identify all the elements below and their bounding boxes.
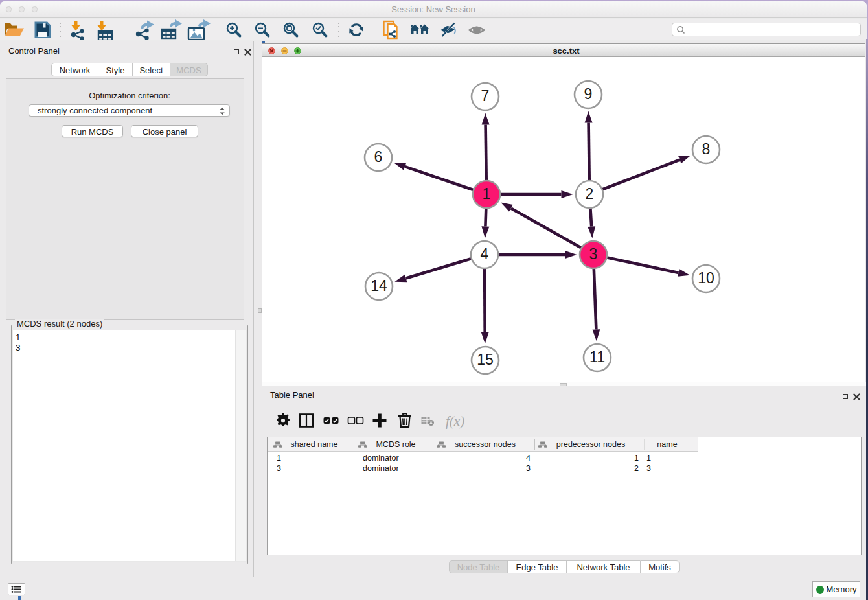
- svg-text:11: 11: [589, 349, 605, 365]
- svg-text:4: 4: [481, 246, 489, 262]
- svg-text:10: 10: [698, 270, 714, 286]
- svg-text:7: 7: [481, 87, 490, 104]
- svg-text:dominator: dominator: [363, 464, 399, 473]
- svg-text:MCDS role: MCDS role: [376, 440, 415, 449]
- svg-text:1: 1: [483, 185, 491, 202]
- svg-text:6: 6: [374, 148, 383, 165]
- svg-text:2: 2: [634, 464, 639, 473]
- svg-text:15: 15: [477, 351, 494, 368]
- svg-text:3: 3: [526, 464, 531, 473]
- svg-text:successor nodes: successor nodes: [455, 440, 516, 449]
- svg-text:1: 1: [634, 454, 639, 463]
- svg-text:8: 8: [702, 141, 711, 157]
- svg-text:3: 3: [277, 464, 281, 473]
- svg-text:9: 9: [584, 86, 593, 102]
- svg-text:1: 1: [277, 454, 281, 463]
- svg-text:4: 4: [526, 454, 531, 463]
- svg-text:f(x): f(x): [446, 413, 464, 429]
- svg-text:3: 3: [646, 464, 651, 473]
- svg-text:shared name: shared name: [291, 440, 338, 449]
- svg-text:14: 14: [371, 277, 387, 294]
- svg-text:3: 3: [589, 246, 598, 262]
- svg-text:name: name: [657, 440, 677, 449]
- svg-text:2: 2: [586, 185, 594, 202]
- svg-text:1: 1: [646, 454, 651, 463]
- svg-text:predecessor nodes: predecessor nodes: [556, 440, 625, 449]
- svg-text:dominator: dominator: [363, 454, 399, 463]
